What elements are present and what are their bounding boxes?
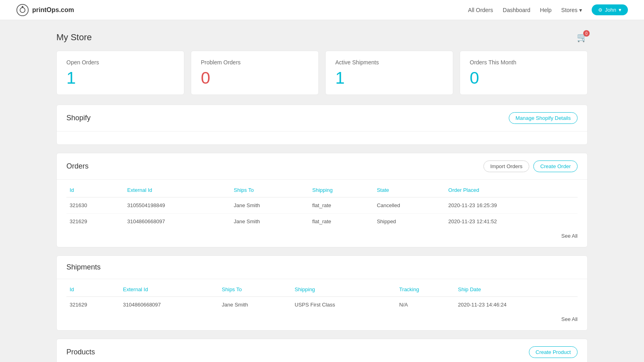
stat-value-open-orders: 1 xyxy=(66,70,174,86)
page-title: My Store xyxy=(56,32,92,43)
orders-see-all-row: See All xyxy=(66,229,578,241)
orders-col-ships-to: Ships To xyxy=(231,183,309,197)
shopify-section: Shopify Manage Shopify Details xyxy=(56,105,588,145)
table-row[interactable]: 321629 3104860668097 Jane Smith flat_rat… xyxy=(66,214,578,230)
shipments-body: Id External Id Ships To Shipping Trackin… xyxy=(57,282,587,330)
orders-table-head: Id External Id Ships To Shipping State O… xyxy=(66,183,578,197)
orders-actions: Import Orders Create Order xyxy=(483,160,578,172)
shipments-see-all-link[interactable]: See All xyxy=(561,316,578,322)
table-row[interactable]: 321629 3104860668097 Jane Smith USPS Fir… xyxy=(66,297,578,313)
stat-label-orders-this-month: Orders This Month xyxy=(470,59,578,66)
stat-value-orders-this-month: 0 xyxy=(470,70,578,86)
nav-all-orders[interactable]: All Orders xyxy=(468,7,493,13)
orders-col-order-placed: Order Placed xyxy=(445,183,578,197)
shipments-col-ships-to: Ships To xyxy=(219,282,291,297)
orders-body: Id External Id Ships To Shipping State O… xyxy=(57,183,587,247)
manage-shopify-button[interactable]: Manage Shopify Details xyxy=(509,112,578,124)
brand-name: printOps.com xyxy=(32,6,74,14)
brand-logo-icon xyxy=(16,4,29,16)
stat-value-active-shipments: 1 xyxy=(335,70,443,86)
user-chevron-icon: ▾ xyxy=(619,7,621,13)
chevron-down-icon: ▾ xyxy=(579,7,582,13)
shopify-title: Shopify xyxy=(66,114,91,122)
order-shipping: flat_rate xyxy=(309,214,374,230)
shipment-tracking: N/A xyxy=(396,297,455,313)
orders-see-all-link[interactable]: See All xyxy=(561,233,578,239)
nav-help[interactable]: Help xyxy=(540,7,552,13)
stat-card-open-orders: Open Orders 1 xyxy=(56,51,184,95)
main-content: My Store 🛒 0 Open Orders 1 Problem Order… xyxy=(0,20,644,362)
cart-button[interactable]: 🛒 0 xyxy=(577,32,588,43)
cart-badge: 0 xyxy=(583,30,590,37)
shipments-header-row: Id External Id Ships To Shipping Trackin… xyxy=(66,282,578,297)
shipments-col-ship-date: Ship Date xyxy=(455,282,578,297)
user-name-label: John xyxy=(605,7,616,13)
shipments-col-external-id: External Id xyxy=(120,282,219,297)
stat-value-problem-orders: 0 xyxy=(201,70,309,86)
nav-stores-dropdown[interactable]: Stores ▾ xyxy=(561,7,582,13)
orders-col-state: State xyxy=(374,183,445,197)
shipment-id: 321629 xyxy=(66,297,120,313)
import-orders-button[interactable]: Import Orders xyxy=(483,160,529,172)
shipments-col-id: Id xyxy=(66,282,120,297)
shipments-title: Shipments xyxy=(66,263,101,272)
create-order-button[interactable]: Create Order xyxy=(533,160,578,172)
nav-stores-label: Stores xyxy=(561,7,577,13)
products-header: Products Create Product xyxy=(57,339,587,362)
order-ships-to: Jane Smith xyxy=(231,214,309,230)
order-shipping: flat_rate xyxy=(309,197,374,214)
shipments-col-tracking: Tracking xyxy=(396,282,455,297)
order-placed: 2020-11-23 12:41:52 xyxy=(445,214,578,230)
orders-header: Orders Import Orders Create Order xyxy=(57,153,587,180)
order-id: 321630 xyxy=(66,197,124,214)
stat-card-orders-this-month: Orders This Month 0 xyxy=(460,51,588,95)
shipments-see-all-row: See All xyxy=(66,313,578,324)
products-section: Products Create Product SKU Product Name… xyxy=(56,339,588,362)
stat-label-active-shipments: Active Shipments xyxy=(335,59,443,66)
order-placed: 2020-11-23 16:25:39 xyxy=(445,197,578,214)
shipments-section: Shipments Id External Id Ships To Shippi… xyxy=(56,255,588,331)
page-header: My Store 🛒 0 xyxy=(56,32,588,43)
shipments-table-head: Id External Id Ships To Shipping Trackin… xyxy=(66,282,578,297)
order-state: Cancelled xyxy=(374,197,445,214)
stats-grid: Open Orders 1 Problem Orders 0 Active Sh… xyxy=(56,51,588,95)
stat-card-active-shipments: Active Shipments 1 xyxy=(325,51,453,95)
shipment-ship-date: 2020-11-23 14:46:24 xyxy=(455,297,578,313)
nav-dashboard[interactable]: Dashboard xyxy=(503,7,530,13)
shipments-table: Id External Id Ships To Shipping Trackin… xyxy=(66,282,578,313)
shipment-external-id: 3104860668097 xyxy=(120,297,219,313)
create-product-button[interactable]: Create Product xyxy=(529,346,578,358)
shopify-header: Shopify Manage Shopify Details xyxy=(57,105,587,132)
order-state: Shipped xyxy=(374,214,445,230)
orders-table: Id External Id Ships To Shipping State O… xyxy=(66,183,578,229)
nav-links: All Orders Dashboard Help Stores ▾ ⚙ Joh… xyxy=(468,4,628,15)
orders-table-body: 321630 3105504198849 Jane Smith flat_rat… xyxy=(66,197,578,230)
stat-label-problem-orders: Problem Orders xyxy=(201,59,309,66)
table-row[interactable]: 321630 3105504198849 Jane Smith flat_rat… xyxy=(66,197,578,214)
order-ships-to: Jane Smith xyxy=(231,197,309,214)
orders-col-shipping: Shipping xyxy=(309,183,374,197)
shipments-table-body: 321629 3104860668097 Jane Smith USPS Fir… xyxy=(66,297,578,313)
user-menu-button[interactable]: ⚙ John ▾ xyxy=(592,4,628,15)
orders-col-id: Id xyxy=(66,183,124,197)
stat-card-problem-orders: Problem Orders 0 xyxy=(191,51,319,95)
svg-point-1 xyxy=(20,7,25,12)
shipments-header: Shipments xyxy=(57,256,587,279)
shipment-shipping: USPS First Class xyxy=(291,297,396,313)
stat-label-open-orders: Open Orders xyxy=(66,59,174,66)
shipments-col-shipping: Shipping xyxy=(291,282,396,297)
products-title: Products xyxy=(66,348,95,356)
orders-section: Orders Import Orders Create Order Id Ext… xyxy=(56,153,588,247)
order-external-id: 3105504198849 xyxy=(124,197,231,214)
navbar: printOps.com All Orders Dashboard Help S… xyxy=(0,0,644,20)
brand-link[interactable]: printOps.com xyxy=(16,4,468,16)
order-external-id: 3104860668097 xyxy=(124,214,231,230)
shopify-body xyxy=(57,132,587,144)
order-id: 321629 xyxy=(66,214,124,230)
orders-header-row: Id External Id Ships To Shipping State O… xyxy=(66,183,578,197)
orders-title: Orders xyxy=(66,162,89,171)
gear-icon: ⚙ xyxy=(598,7,603,13)
orders-col-external-id: External Id xyxy=(124,183,231,197)
shipment-ships-to: Jane Smith xyxy=(219,297,291,313)
svg-point-2 xyxy=(22,6,23,7)
